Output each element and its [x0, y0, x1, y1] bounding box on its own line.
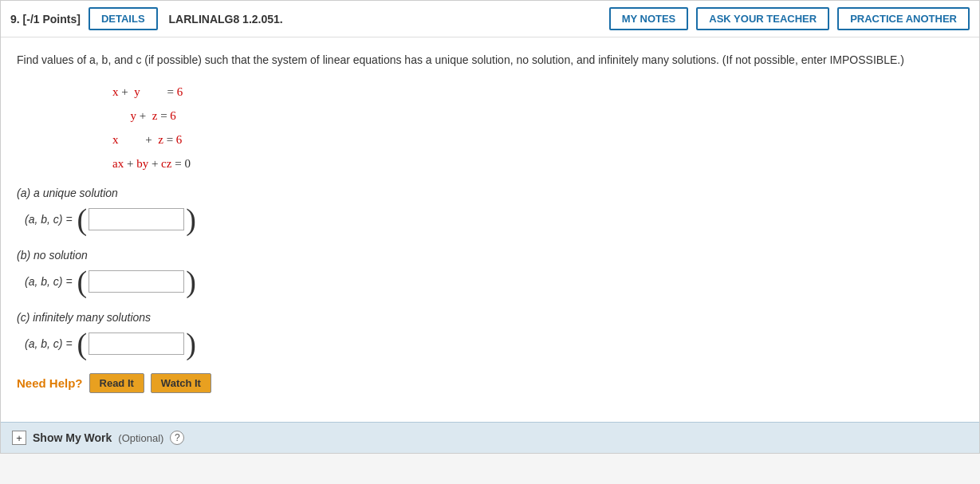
part-a-label: (a) a unique solution [17, 187, 963, 199]
problem-id: LARLINALG8 1.2.051. [169, 13, 283, 26]
equation-1: x + y = 6 [112, 80, 963, 104]
show-work-optional: (Optional) [118, 432, 163, 444]
part-b-bracket-left: ( [77, 266, 88, 297]
part-b-input[interactable] [89, 270, 184, 293]
content-area: Find values of a, b, and c (if possible)… [1, 37, 979, 414]
equation-2: y + z = 6 [112, 104, 963, 128]
practice-another-button[interactable]: PRACTICE ANOTHER [837, 7, 970, 30]
part-a-input[interactable] [89, 208, 184, 230]
part-c-label: (c) infinitely many solutions [17, 311, 963, 324]
show-work-bar: + Show My Work (Optional) ? [1, 422, 979, 453]
part-c-answer-row: (a, b, c) = ( ) [25, 329, 963, 359]
equation-3: x + z = 6 [112, 128, 963, 151]
need-help-label: Need Help? [17, 376, 83, 390]
part-b-answer-row: (a, b, c) = ( ) [25, 266, 963, 297]
show-work-label: Show My Work [33, 431, 112, 444]
problem-description: Find values of a, b, and c (if possible)… [17, 52, 963, 69]
show-work-help-icon[interactable]: ? [170, 431, 184, 445]
part-b-text: (b) no solution [17, 249, 88, 262]
part-b-answer-label: (a, b, c) = [25, 275, 73, 288]
part-a-answer-label: (a, b, c) = [25, 213, 73, 226]
part-c-bracket-left: ( [77, 329, 88, 359]
header-bar: 9. [-/1 Points] DETAILS LARLINALG8 1.2.0… [1, 1, 979, 37]
part-c-input[interactable] [89, 333, 184, 355]
part-a-bracket-right: ) [186, 204, 196, 234]
part-a-section: (a) a unique solution (a, b, c) = ( ) [17, 187, 963, 234]
part-c-text: (c) infinitely many solutions [17, 311, 151, 324]
part-c-bracket-right: ) [186, 329, 196, 359]
my-notes-button[interactable]: MY NOTES [609, 7, 689, 30]
part-c-answer-label: (a, b, c) = [25, 337, 73, 350]
part-a-answer-row: (a, b, c) = ( ) [25, 204, 963, 234]
details-button[interactable]: DETAILS [89, 7, 158, 30]
watch-it-button[interactable]: Watch It [151, 373, 211, 393]
need-help-row: Need Help? Read It Watch It [17, 373, 963, 393]
part-b-bracket-right: ) [186, 266, 196, 297]
part-b-label: (b) no solution [17, 249, 963, 262]
part-a-text: (a) a unique solution [17, 187, 118, 199]
page-wrapper: 9. [-/1 Points] DETAILS LARLINALG8 1.2.0… [0, 0, 980, 454]
part-b-section: (b) no solution (a, b, c) = ( ) [17, 249, 963, 297]
question-number: 9. [-/1 Points] [10, 13, 81, 26]
ask-teacher-button[interactable]: ASK YOUR TEACHER [696, 7, 829, 30]
read-it-button[interactable]: Read It [89, 373, 144, 393]
equations-block: x + y = 6 y + z = 6 x + z = 6 ax + by + … [65, 80, 963, 175]
show-work-toggle[interactable]: + [12, 431, 26, 445]
part-c-section: (c) infinitely many solutions (a, b, c) … [17, 311, 963, 359]
part-a-bracket-left: ( [77, 204, 88, 234]
equation-4: ax + by + cz = 0 [112, 151, 963, 175]
